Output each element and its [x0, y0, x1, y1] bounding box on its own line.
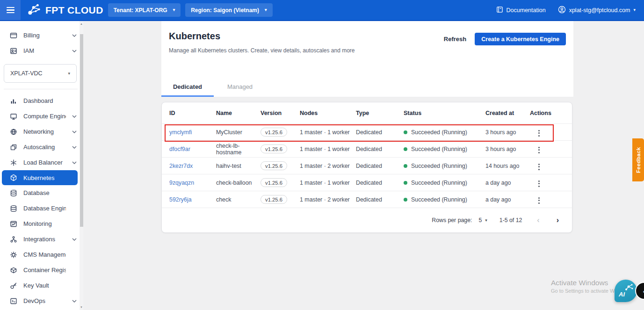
column-header-actions: Actions — [530, 110, 572, 116]
chevron-down-icon: ▾ — [485, 218, 487, 223]
cluster-created-at: 3 hours ago — [485, 129, 530, 136]
sidebar: Billing IAM XPLAT-VDC ▾ Dashboard Comput… — [0, 21, 83, 310]
sidebar-item-integrations[interactable]: Integrations — [0, 231, 83, 247]
cluster-type: Dedicated — [356, 146, 404, 152]
sidebar-item-billing[interactable]: Billing — [0, 28, 83, 43]
networking-icon — [9, 128, 17, 136]
tenant-selector[interactable]: Tenant: XPLAT-ORG▾ — [108, 3, 181, 17]
molecule-icon — [624, 282, 634, 292]
status-dot-icon — [404, 130, 407, 134]
region-selector[interactable]: Region: Saigon (Vietnam)▾ — [185, 3, 272, 17]
next-page-button[interactable]: › — [557, 216, 559, 224]
documentation-link[interactable]: Documentation — [496, 6, 546, 14]
table-row: dfocf9ar check-lb-hostname v1.25.6 1 mas… — [162, 141, 572, 158]
molecule-logo-icon — [27, 3, 42, 18]
cluster-created-at: 3 hours ago — [485, 146, 530, 152]
column-header-id: ID — [169, 110, 216, 116]
tab-managed[interactable]: Managed — [214, 77, 266, 97]
sidebar-item-database[interactable]: Database — [0, 185, 83, 201]
cluster-name: check — [216, 196, 260, 203]
cluster-created-at: a day ago — [485, 196, 530, 203]
rows-per-page-select[interactable]: 5 ▾ — [478, 217, 487, 223]
sidebar-item-dashboard[interactable]: Dashboard — [0, 93, 83, 108]
vdc-selector[interactable]: XPLAT-VDC ▾ — [4, 64, 77, 83]
row-actions-button[interactable] — [534, 195, 544, 206]
refresh-button[interactable]: Refresh — [444, 36, 466, 43]
page-title: Kubernetes — [169, 31, 220, 42]
cluster-id-link[interactable]: 592ry6ja — [169, 196, 192, 203]
version-badge: v1.25.6 — [260, 161, 287, 170]
sidebar-item-database-engine[interactable]: Database Engine — [0, 201, 83, 216]
chevron-down-icon: ▾ — [633, 8, 636, 12]
sidebar-item-autoscaling[interactable]: Autoscaling — [0, 139, 83, 155]
row-actions-button[interactable] — [534, 179, 544, 189]
chevron-down-icon: ▾ — [68, 72, 70, 76]
feedback-tab[interactable]: Feedback — [632, 138, 644, 181]
sidebar-item-iam[interactable]: IAM — [0, 43, 83, 58]
sidebar-item-devops[interactable]: DevOps — [0, 293, 83, 309]
row-actions-button[interactable] — [534, 145, 544, 155]
rows-per-page-label: Rows per page: — [432, 217, 472, 223]
column-header-created-at: Created at — [485, 110, 530, 116]
cluster-nodes: 1 master · 1 worker — [300, 180, 356, 186]
integrations-icon — [9, 235, 17, 243]
chevron-down-icon: ▾ — [173, 8, 175, 12]
tab-dedicated[interactable]: Dedicated — [161, 77, 214, 97]
iam-icon — [9, 47, 17, 55]
ai-assistant-bubble[interactable]: AI — [615, 280, 637, 302]
cms-management-icon — [9, 251, 17, 259]
user-menu[interactable]: xplat-stg@fptcloud.com ▾ — [558, 6, 636, 15]
create-kubernetes-engine-button[interactable]: Create a Kubernetes Engine — [475, 33, 566, 45]
compute-engine-icon — [9, 112, 17, 120]
cluster-name: haihv-test — [216, 163, 260, 169]
version-badge: v1.25.6 — [260, 178, 287, 187]
pagination-bar: Rows per page: 5 ▾ 1-5 of 12 ‹ › — [162, 208, 572, 232]
status-dot-icon — [404, 164, 407, 168]
sidebar-item-networking[interactable]: Networking — [0, 124, 83, 139]
row-actions-button[interactable] — [534, 162, 544, 172]
table-row: 592ry6ja check v1.25.6 1 master · 2 work… — [162, 191, 572, 208]
logo-text: FPT CLOUD — [45, 5, 103, 16]
table-row: ymclymfi MyCluster v1.25.6 1 master · 1 … — [162, 124, 572, 141]
cluster-id-link[interactable]: ymclymfi — [169, 129, 192, 136]
sidebar-item-compute-engine[interactable]: Compute Engine — [0, 108, 83, 124]
sidebar-item-kubernetes[interactable]: Kubernetes — [2, 170, 78, 185]
row-actions-button[interactable] — [534, 128, 544, 138]
key-vault-icon — [9, 281, 17, 289]
clusters-table-card: IDNameVersionNodesTypeStatusCreated atAc… — [161, 102, 572, 233]
cluster-type: Dedicated — [356, 129, 404, 136]
fpt-cloud-logo: FPT CLOUD — [27, 3, 103, 18]
billing-icon — [9, 31, 17, 39]
cluster-id-link[interactable]: dfocf9ar — [169, 146, 190, 152]
cluster-id-link[interactable]: 9zqyaqzn — [169, 180, 194, 186]
menu-button[interactable] — [0, 0, 21, 20]
cluster-status: Succeeded (Running) — [404, 180, 485, 186]
status-dot-icon — [404, 181, 407, 185]
user-email: xplat-stg@fptcloud.com — [569, 7, 630, 14]
scroll-down-arrow-icon[interactable]: ▼ — [80, 305, 83, 310]
chevron-down-icon — [72, 238, 77, 241]
cluster-status: Succeeded (Running) — [404, 129, 485, 136]
chevron-down-icon — [72, 146, 77, 149]
monitoring-icon — [9, 220, 17, 228]
table-row: 9zqyaqzn check-balloon v1.25.6 1 master … — [162, 174, 572, 191]
cluster-id-link[interactable]: 2kezr7dx — [169, 163, 193, 169]
sidebar-scrollbar[interactable]: ▲ ▼ — [80, 21, 83, 310]
cluster-status: Succeeded (Running) — [404, 163, 485, 169]
cluster-type: Dedicated — [356, 180, 404, 186]
sidebar-item-key-vault[interactable]: Key Vault — [0, 278, 83, 293]
sidebar-item-load-balancer[interactable]: Load Balancer — [0, 155, 83, 170]
scrollbar-thumb[interactable] — [80, 34, 83, 227]
sidebar-divider — [4, 89, 78, 89]
cluster-created-at: 14 hours ago — [485, 163, 530, 169]
scroll-up-arrow-icon[interactable]: ▲ — [80, 22, 83, 26]
version-badge: v1.25.6 — [260, 128, 287, 137]
database-icon — [9, 189, 17, 197]
sidebar-item-monitoring[interactable]: Monitoring — [0, 216, 83, 231]
cluster-type: Dedicated — [356, 163, 404, 169]
sidebar-item-container-registry[interactable]: Container Registry — [0, 262, 83, 278]
cluster-name: check-lb-hostname — [216, 143, 260, 156]
previous-page-button[interactable]: ‹ — [537, 216, 539, 224]
topbar: FPT CLOUD Tenant: XPLAT-ORG▾ Region: Sai… — [0, 0, 644, 21]
sidebar-item-cms-management[interactable]: CMS Management — [0, 247, 83, 262]
